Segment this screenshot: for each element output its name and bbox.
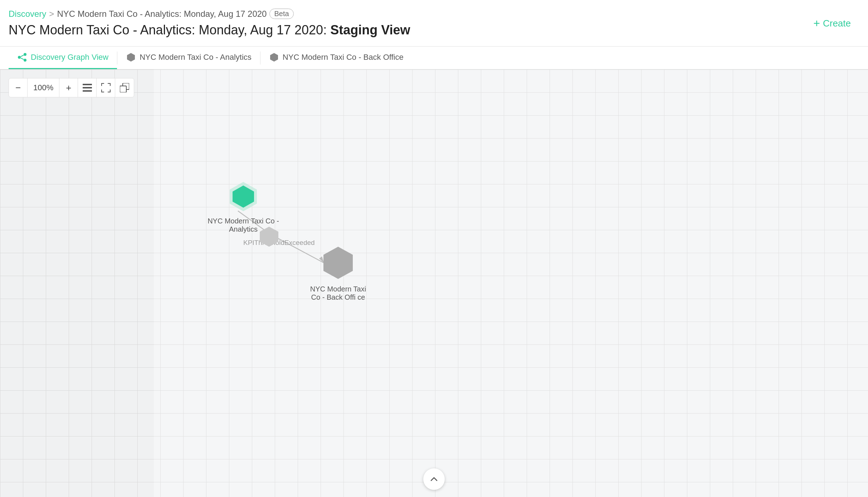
zoom-controls: − 100% + xyxy=(9,78,134,97)
create-label: Create xyxy=(823,18,851,29)
tab-analytics-label: NYC Modern Taxi Co - Analytics xyxy=(140,53,252,62)
backoffice-hex-shape xyxy=(320,245,356,281)
page-title: NYC Modern Taxi Co - Analytics: Monday, … xyxy=(9,23,859,38)
backoffice-node-label: NYC Modern Taxi Co - Back Offi ce xyxy=(306,285,370,301)
breadcrumb-discovery[interactable]: Discovery xyxy=(9,9,46,19)
fit-icon xyxy=(101,83,111,92)
svg-rect-8 xyxy=(83,87,92,88)
top-bar: Discovery > NYC Modern Taxi Co - Analyti… xyxy=(0,0,868,47)
breadcrumb-current: NYC Modern Taxi Co - Analytics: Monday, … xyxy=(57,9,267,19)
svg-marker-20 xyxy=(323,247,353,279)
svg-point-1 xyxy=(24,53,26,56)
create-button[interactable]: + Create xyxy=(813,16,851,30)
kpi-node[interactable] xyxy=(258,225,281,248)
tab-nyc-backoffice[interactable]: NYC Modern Taxi Co - Back Office xyxy=(260,47,412,69)
list-icon xyxy=(83,84,92,92)
discovery-graph-icon xyxy=(17,52,27,62)
svg-point-2 xyxy=(24,59,26,62)
svg-marker-19 xyxy=(260,227,278,247)
svg-rect-7 xyxy=(83,84,92,85)
backoffice-node[interactable]: NYC Modern Taxi Co - Back Offi ce xyxy=(306,245,370,301)
svg-line-4 xyxy=(21,58,24,59)
scroll-hint-button[interactable] xyxy=(423,468,445,490)
zoom-out-button[interactable]: − xyxy=(9,78,28,97)
copy-icon xyxy=(120,83,129,92)
svg-rect-9 xyxy=(83,90,92,92)
svg-marker-6 xyxy=(270,53,278,62)
analytics-hex-shape xyxy=(227,180,259,213)
tab-backoffice-label: NYC Modern Taxi Co - Back Office xyxy=(283,53,404,62)
backoffice-hex-icon xyxy=(269,52,279,62)
svg-rect-11 xyxy=(120,86,126,92)
copy-button[interactable] xyxy=(115,78,134,97)
tab-discovery-label: Discovery Graph View xyxy=(31,53,108,62)
analytics-hex-icon xyxy=(126,52,136,62)
svg-line-3 xyxy=(21,55,24,57)
graph-area: − 100% + xyxy=(0,69,868,497)
zoom-in-button[interactable]: + xyxy=(59,78,78,97)
scroll-up-icon xyxy=(429,474,439,484)
kpi-hex-shape xyxy=(258,225,281,248)
tab-discovery-graph-view[interactable]: Discovery Graph View xyxy=(9,47,117,69)
tab-nyc-analytics[interactable]: NYC Modern Taxi Co - Analytics xyxy=(117,47,260,69)
zoom-value: 100% xyxy=(28,78,59,97)
svg-point-0 xyxy=(18,56,21,59)
breadcrumb-separator: > xyxy=(49,9,54,19)
list-view-button[interactable] xyxy=(78,78,97,97)
fit-screen-button[interactable] xyxy=(97,78,115,97)
svg-marker-5 xyxy=(127,53,135,62)
create-plus-icon: + xyxy=(813,16,820,30)
tabs-bar: Discovery Graph View NYC Modern Taxi Co … xyxy=(0,47,868,69)
breadcrumb-beta-badge: Beta xyxy=(269,9,293,19)
breadcrumb: Discovery > NYC Modern Taxi Co - Analyti… xyxy=(9,9,859,19)
left-panel xyxy=(0,69,154,497)
